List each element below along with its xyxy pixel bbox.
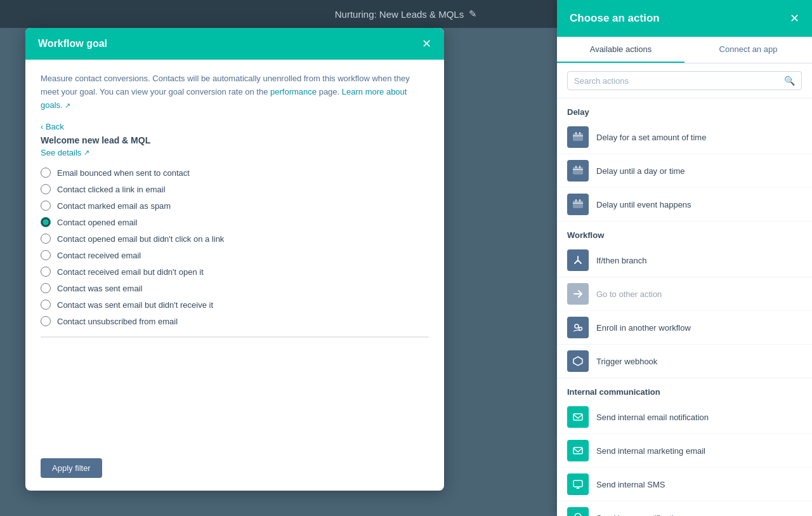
radio-r4[interactable] — [41, 217, 51, 227]
action-item-webhook[interactable]: Trigger webhook — [557, 345, 812, 378]
apply-filter-button[interactable]: Apply filter — [41, 458, 102, 478]
svg-rect-16 — [573, 447, 582, 454]
radio-list: Email bounced when sent to contactContac… — [41, 168, 429, 326]
action-icon-webhook — [567, 350, 589, 372]
action-item-if-then[interactable]: If/then branch — [557, 244, 812, 277]
radio-item: Contact unsubscribed from email — [41, 316, 429, 326]
action-item-delay-event[interactable]: Delay until event happens — [557, 188, 812, 222]
radio-label[interactable]: Contact clicked a link in email — [57, 185, 166, 194]
see-details-link[interactable]: See details ↗ — [41, 148, 429, 157]
edit-icon[interactable]: ✎ — [469, 8, 477, 20]
tab-available[interactable]: Available actions — [557, 37, 684, 63]
action-icon-enroll — [567, 317, 589, 338]
radio-item: Contact was sent email — [41, 283, 429, 293]
radio-r6[interactable] — [41, 250, 51, 260]
action-list: Delay Delay for a set amount of time Del… — [557, 98, 812, 516]
radio-r5[interactable] — [41, 234, 51, 244]
modal-header: Workflow goal ✕ — [25, 28, 444, 60]
svg-rect-15 — [573, 414, 582, 420]
radio-r8[interactable] — [41, 283, 51, 293]
section-label-delay: Delay — [557, 98, 812, 121]
radio-item: Contact opened email but didn't click on… — [41, 234, 429, 244]
workflow-title: Nurturing: New Leads & MQLs — [335, 9, 464, 20]
action-label-delay-set: Delay for a set amount of time — [596, 133, 706, 142]
radio-label[interactable]: Contact received email but didn't open i… — [57, 267, 204, 277]
action-item-in-app[interactable]: Send in-app notification — [557, 501, 812, 516]
action-label-sms: Send internal SMS — [596, 480, 665, 489]
search-input-wrap: 🔍 — [567, 71, 802, 90]
action-panel-title: Choose an action — [570, 12, 660, 25]
action-label-delay-day: Delay until a day or time — [596, 166, 684, 176]
radio-r1[interactable] — [41, 168, 51, 178]
action-panel-header: Choose an action ✕ — [557, 0, 812, 37]
modal-description: Measure contact conversions. Contacts wi… — [41, 72, 429, 112]
action-label-in-app: Send in-app notification — [596, 513, 683, 517]
radio-item: Contact marked email as spam — [41, 201, 429, 211]
panel-search: 🔍 — [557, 63, 812, 98]
action-panel: Choose an action ✕ Available actionsConn… — [557, 0, 812, 516]
action-label-if-then: If/then branch — [596, 256, 647, 265]
svg-rect-4 — [573, 167, 583, 175]
radio-label[interactable]: Contact unsubscribed from email — [57, 317, 178, 326]
modal-title: Workflow goal — [38, 38, 107, 50]
svg-marker-14 — [573, 357, 582, 366]
radio-r9[interactable] — [41, 300, 51, 310]
svg-rect-8 — [573, 201, 583, 208]
radio-item: Contact opened email — [41, 217, 429, 227]
radio-label[interactable]: Contact received email — [57, 251, 141, 260]
action-label-email-notif: Send internal email notification — [596, 413, 709, 422]
action-item-delay-day[interactable]: Delay until a day or time — [557, 154, 812, 188]
action-icon-email-notif — [567, 406, 589, 428]
panel-close-button[interactable]: ✕ — [790, 11, 799, 25]
modal-body: Measure contact conversions. Contacts wi… — [25, 60, 444, 451]
action-icon-sms — [567, 473, 589, 495]
performance-link[interactable]: performance — [270, 87, 317, 96]
action-item-go-to: Go to other action — [557, 277, 812, 311]
workflow-goal-modal: Workflow goal ✕ Measure contact conversi… — [25, 28, 444, 491]
svg-rect-0 — [573, 133, 583, 141]
modal-close-button[interactable]: ✕ — [422, 38, 431, 50]
radio-r10[interactable] — [41, 316, 51, 326]
action-item-marketing-email[interactable]: Send internal marketing email — [557, 434, 812, 468]
radio-label[interactable]: Contact opened email — [57, 218, 137, 227]
section-label-internal: Internal communication — [557, 378, 812, 400]
radio-r2[interactable] — [41, 184, 51, 194]
svg-rect-17 — [573, 480, 582, 487]
search-icon: 🔍 — [784, 76, 795, 86]
radio-label[interactable]: Contact was sent email — [57, 284, 142, 293]
action-icon-go-to — [567, 283, 589, 305]
panel-tabs: Available actionsConnect an app — [557, 37, 812, 63]
action-label-webhook: Trigger webhook — [596, 357, 657, 366]
action-item-email-notif[interactable]: Send internal email notification — [557, 400, 812, 434]
svg-point-13 — [579, 327, 582, 331]
radio-label[interactable]: Contact was sent email but didn't receiv… — [57, 300, 213, 310]
modal-divider — [41, 336, 429, 338]
action-item-delay-set[interactable]: Delay for a set amount of time — [557, 121, 812, 154]
action-label-go-to: Go to other action — [596, 289, 662, 299]
radio-item: Contact was sent email but didn't receiv… — [41, 300, 429, 310]
back-link[interactable]: ‹ Back — [41, 122, 429, 131]
search-input[interactable] — [574, 76, 779, 86]
action-label-delay-event: Delay until event happens — [596, 200, 691, 209]
radio-label[interactable]: Contact opened email but didn't click on… — [57, 234, 224, 244]
action-item-sms[interactable]: Send internal SMS — [557, 468, 812, 501]
radio-item: Contact received email — [41, 250, 429, 260]
action-icon-in-app — [567, 507, 589, 516]
action-icon-marketing-email — [567, 440, 589, 461]
action-label-marketing-email: Send internal marketing email — [596, 446, 705, 456]
svg-point-12 — [575, 324, 579, 328]
tab-connect[interactable]: Connect an app — [684, 37, 812, 63]
action-item-enroll[interactable]: Enroll in another workflow — [557, 311, 812, 345]
radio-item: Email bounced when sent to contact — [41, 168, 429, 178]
radio-r7[interactable] — [41, 267, 51, 277]
action-icon-delay-day — [567, 160, 589, 182]
radio-label[interactable]: Email bounced when sent to contact — [57, 168, 190, 178]
action-icon-delay-set — [567, 126, 589, 148]
action-icon-delay-event — [567, 194, 589, 215]
goal-title: Welcome new lead & MQL — [41, 135, 429, 145]
action-icon-if-then — [567, 249, 589, 271]
modal-footer: Apply filter — [25, 451, 444, 491]
radio-r3[interactable] — [41, 201, 51, 211]
action-label-enroll: Enroll in another workflow — [596, 323, 691, 333]
radio-label[interactable]: Contact marked email as spam — [57, 201, 171, 211]
